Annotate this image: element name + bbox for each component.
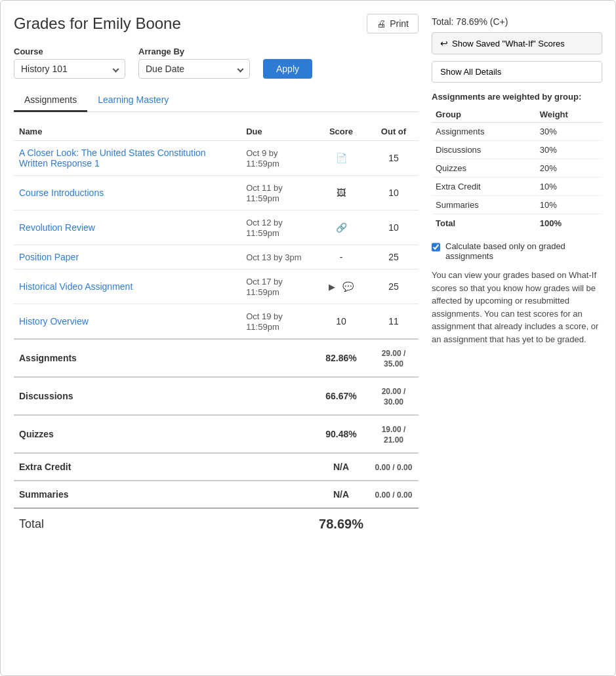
course-select[interactable]: History 101 [14, 59, 125, 79]
arrange-select[interactable]: Due Date [138, 59, 250, 79]
table-row: Position Paper Oct 13 by 3pm - 25 [14, 245, 419, 269]
assignment-link[interactable]: Course Introductions [19, 188, 104, 198]
weight-value: 10% [536, 178, 602, 196]
main-panel: Grades for Emily Boone Print Course Hist… [14, 14, 419, 662]
whatif-icon [440, 38, 448, 49]
table-row: Revolution Review Oct 12 by 11:59pm 10 [14, 210, 419, 245]
weight-group-name: Assignments [432, 123, 536, 141]
assignment-link[interactable]: A Closer Look: The United States Constit… [19, 148, 206, 169]
course-chevron-icon [113, 66, 119, 72]
score-dash: - [340, 252, 343, 262]
weight-value: 20% [536, 159, 602, 178]
assignment-link[interactable]: Revolution Review [19, 222, 95, 233]
assignment-link[interactable]: Position Paper [19, 252, 79, 262]
weighted-label: Assignments are weighted by group: [432, 92, 602, 102]
weight-group-name: Discussions [432, 141, 536, 159]
assignment-link[interactable]: Historical Video Assignment [19, 281, 133, 292]
filter-row: Course History 101 Arrange By Due Date A… [14, 47, 419, 79]
tab-learning-mastery[interactable]: Learning Mastery [87, 89, 179, 112]
group-row-extra-credit: Extra Credit N/A 0.00 / 0.00 [14, 453, 419, 481]
weight-table-row: Summaries10% [432, 196, 602, 214]
what-if-button[interactable]: Show Saved "What-If" Scores [432, 32, 602, 54]
due-date: Oct 11 by 11:59pm [246, 183, 283, 203]
arrange-filter-group: Arrange By Due Date [138, 47, 250, 79]
score-video-icon [329, 281, 335, 292]
print-icon [377, 18, 386, 29]
weight-group-name: Extra Credit [432, 178, 536, 196]
tabs-bar: Assignments Learning Mastery [14, 89, 419, 112]
weight-group-name: Summaries [432, 196, 536, 214]
score-doc-icon [336, 152, 347, 164]
group-row-discussions: Discussions 66.67% 20.00 / 30.00 [14, 377, 419, 415]
weight-col-weight: Weight [536, 107, 602, 123]
weight-group-name: Quizzes [432, 159, 536, 178]
score-link-icon [336, 222, 347, 233]
arrange-label: Arrange By [138, 47, 250, 56]
sidebar-description: You can view your grades based on What-I… [432, 269, 602, 346]
apply-button[interactable]: Apply [263, 59, 312, 79]
weight-col-group: Group [432, 107, 536, 123]
due-date: Oct 17 by 11:59pm [246, 277, 283, 297]
due-date: Oct 9 by 11:59pm [246, 148, 279, 169]
grades-table: Name Due Score Out of A Closer Look: The… [14, 123, 419, 540]
due-date: Oct 19 by 11:59pm [246, 311, 283, 332]
group-row-summaries: Summaries N/A 0.00 / 0.00 [14, 481, 419, 508]
col-header-due: Due [241, 123, 314, 141]
due-date: Oct 12 by 11:59pm [246, 218, 283, 238]
weight-value: 30% [536, 141, 602, 159]
sidebar-total: Total: 78.69% (C+) [432, 14, 602, 27]
weight-table-row: Quizzes20% [432, 159, 602, 178]
weight-value: 30% [536, 123, 602, 141]
group-row-quizzes: Quizzes 90.48% 19.00 / 21.00 [14, 415, 419, 453]
weight-table-row: Discussions30% [432, 141, 602, 159]
table-row: Historical Video Assignment Oct 17 by 11… [14, 269, 419, 304]
total-row: Total 78.69% [14, 508, 419, 540]
weight-table-row: Total100% [432, 214, 602, 233]
weight-table-row: Assignments30% [432, 123, 602, 141]
score-comment-icon [342, 281, 354, 292]
due-date: Oct 13 by 3pm [246, 252, 302, 262]
col-header-name: Name [14, 123, 241, 141]
page-title: Grades for Emily Boone [14, 14, 181, 33]
assignment-link[interactable]: History Overview [19, 316, 89, 327]
weight-table: Group Weight Assignments30%Discussions30… [432, 107, 602, 232]
col-header-out-of: Out of [369, 123, 419, 141]
sidebar: Total: 78.69% (C+) Show Saved "What-If" … [432, 14, 602, 662]
score-media-icon [337, 187, 346, 199]
table-row: Course Introductions Oct 11 by 11:59pm 1… [14, 176, 419, 210]
tab-assignments[interactable]: Assignments [14, 89, 87, 112]
page-header: Grades for Emily Boone Print [14, 14, 419, 33]
show-all-details-button[interactable]: Show All Details [432, 61, 602, 83]
weight-value: 100% [536, 214, 602, 233]
table-row: A Closer Look: The United States Constit… [14, 141, 419, 176]
weight-table-row: Extra Credit10% [432, 178, 602, 196]
weight-value: 10% [536, 196, 602, 214]
course-label: Course [14, 47, 125, 56]
table-row: History Overview Oct 19 by 11:59pm 10 11 [14, 304, 419, 340]
weight-group-name: Total [432, 214, 536, 233]
checkbox-row: Calculate based only on graded assignmen… [432, 241, 602, 261]
arrange-chevron-icon [237, 66, 244, 72]
graded-only-checkbox[interactable] [432, 243, 440, 252]
print-button[interactable]: Print [367, 14, 419, 33]
checkbox-label: Calculate based only on graded assignmen… [445, 241, 602, 261]
course-filter-group: Course History 101 [14, 47, 125, 79]
group-row-assignments: Assignments 82.86% 29.00 / 35.00 [14, 339, 419, 377]
col-header-score: Score [314, 123, 369, 141]
